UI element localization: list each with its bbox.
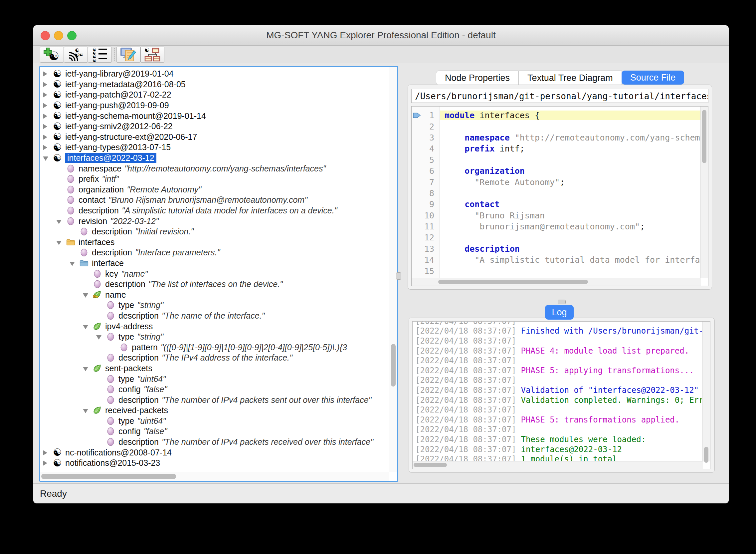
browse-modules-button[interactable]: ☯☯☯ — [64, 47, 88, 63]
disclosure-triangle-icon[interactable] — [96, 332, 106, 342]
svg-text:☯: ☯ — [74, 51, 79, 58]
line-number: 12 — [412, 233, 440, 242]
tree-node-label: interfaces@2022-03-12 — [65, 153, 156, 163]
tree-diagram-button[interactable]: ☯ — [140, 47, 165, 63]
edit-properties-button[interactable] — [117, 47, 140, 63]
tab-source-file[interactable]: Source File — [622, 70, 685, 85]
tree-row[interactable]: prefix"intf" — [40, 174, 389, 184]
tree-row[interactable]: description"Interface parameters." — [40, 247, 389, 258]
tree-row[interactable]: ☯ietf-yang-smiv2@2012-06-22 — [40, 121, 389, 132]
tree-row[interactable]: config"false" — [40, 384, 389, 395]
tree-horizontal-scrollbar[interactable] — [40, 472, 389, 481]
tree-node-value: "The list of interfaces on the device." — [148, 279, 283, 289]
code-text: "Bruno Rijsman — [440, 211, 701, 220]
disclosure-triangle-icon[interactable] — [43, 458, 53, 468]
disclosure-triangle-icon[interactable] — [56, 237, 66, 247]
code-vscroll-thumb[interactable] — [702, 110, 706, 163]
horizontal-splitter-handle[interactable] — [558, 300, 566, 304]
disclosure-triangle-icon[interactable] — [83, 364, 93, 373]
tree-row[interactable]: ☯ietf-yang-structure-ext@2020-06-17 — [40, 132, 389, 143]
yang-module-icon: ☯ — [53, 111, 64, 120]
disclosure-triangle-icon[interactable] — [43, 69, 53, 78]
disclosure-triangle-icon[interactable] — [43, 143, 53, 152]
log-area[interactable]: [2022/04/18 08:37:07][2022/04/18 08:37:0… — [412, 321, 710, 469]
disclosure-triangle-icon[interactable] — [83, 290, 93, 300]
code-text: description — [440, 244, 701, 254]
disclosure-triangle-icon[interactable] — [43, 101, 53, 110]
vertical-splitter-handle[interactable] — [396, 272, 401, 280]
tree-row[interactable]: interfaces — [40, 237, 389, 248]
tree-row[interactable]: contact"Bruno Rijsman brunorijsman@remot… — [40, 195, 389, 206]
code-text: module interfaces { — [440, 111, 701, 120]
tree-row[interactable]: key"name" — [40, 268, 389, 279]
disclosure-triangle-icon[interactable] — [43, 111, 53, 121]
disclosure-triangle-icon[interactable] — [43, 121, 53, 131]
disclosure-triangle-icon[interactable] — [56, 216, 66, 226]
tree-row[interactable]: type"string" — [40, 300, 389, 311]
tree-row[interactable]: interface — [40, 258, 389, 269]
tree-row[interactable]: sent-packets — [40, 363, 389, 374]
code-vertical-scrollbar[interactable] — [700, 107, 708, 278]
tree-hscroll-thumb[interactable] — [41, 474, 176, 479]
tree-vscroll-thumb[interactable] — [391, 344, 396, 387]
tab-textual-tree-diagram[interactable]: Textual Tree Diagram — [519, 70, 622, 85]
log-timestamp: [2022/04/18 08:37:07] — [415, 321, 516, 326]
tree-row[interactable]: config"false" — [40, 426, 389, 437]
source-code-area[interactable]: 1module interfaces {23 namespace "http:/… — [411, 106, 708, 286]
code-horizontal-scrollbar[interactable] — [412, 278, 701, 286]
log-entry: [2022/04/18 08:37:07]1 module(s) in tota… — [415, 454, 702, 461]
log-vscroll-thumb[interactable] — [704, 447, 708, 463]
tree-row[interactable]: type"string" — [40, 332, 389, 342]
add-module-button[interactable]: ☯ — [40, 47, 64, 63]
log-timestamp: [2022/04/18 08:37:07] — [415, 405, 516, 414]
tree-row[interactable]: type"uint64" — [40, 416, 389, 427]
tree-vertical-scrollbar[interactable] — [389, 67, 397, 472]
tree-row[interactable]: ☯nc-notifications@2008-07-14 — [40, 447, 389, 458]
tree-row[interactable]: received-packets — [40, 405, 389, 416]
tree-row[interactable]: ☯notifications@2015-03-23 — [40, 458, 389, 468]
tree-row[interactable]: description"The name of the interface." — [40, 311, 389, 321]
tree-row[interactable]: ☯ietf-yang-library@2019-01-04 — [40, 69, 389, 79]
tree-row[interactable]: ☯ietf-yang-metadata@2016-08-05 — [40, 79, 389, 90]
disclosure-triangle-icon[interactable] — [43, 79, 53, 89]
tree-row[interactable]: organization"Remote Autonomy" — [40, 184, 389, 195]
tree-row[interactable]: name — [40, 289, 389, 300]
tree-row[interactable]: type"uint64" — [40, 374, 389, 384]
status-bar: Ready — [33, 484, 729, 503]
disclosure-triangle-icon[interactable] — [70, 258, 79, 268]
property-bead-icon — [106, 438, 118, 446]
tree-row[interactable]: description"A simplistic tutorial data m… — [40, 206, 389, 216]
tree-row[interactable]: description"The number of IPv4 packets r… — [40, 437, 389, 447]
tree-row[interactable]: description"The number of IPv4 packets s… — [40, 394, 389, 405]
tree-row[interactable]: revision"2022-03-12" — [40, 216, 389, 226]
disclosure-triangle-icon[interactable] — [43, 132, 53, 142]
tree-row[interactable]: namespace"http://remoteautonomy.com/yang… — [40, 163, 389, 174]
tree-row[interactable]: ☯ietf-yang-patch@2017-02-22 — [40, 90, 389, 100]
log-horizontal-scrollbar[interactable] — [413, 461, 703, 469]
property-bead-icon — [66, 175, 77, 183]
tree-row[interactable]: ☯ietf-yang-schema-mount@2019-01-14 — [40, 111, 389, 121]
tab-node-properties[interactable]: Node Properties — [436, 70, 519, 85]
line-number: 11 — [412, 222, 440, 231]
disclosure-triangle-icon[interactable] — [83, 322, 93, 331]
disclosure-triangle-icon[interactable] — [83, 405, 93, 415]
key-leaf-icon — [93, 291, 104, 299]
disclosure-triangle-icon[interactable] — [43, 448, 53, 457]
tree-row[interactable]: ipv4-address — [40, 321, 389, 332]
log-hscroll-thumb[interactable] — [414, 463, 447, 467]
tree-row[interactable]: ☯ietf-yang-types@2013-07-15 — [40, 142, 389, 153]
tree-row[interactable]: pattern"(([0-9]|[1-9][0-9]|1[0-9][0-9]|2… — [40, 342, 389, 352]
source-path-field[interactable]: /Users/brunorijsman/git-personal/yang-tu… — [411, 89, 708, 103]
log-tab[interactable]: Log — [545, 305, 574, 320]
tree-row[interactable]: ☯ietf-yang-push@2019-09-09 — [40, 100, 389, 111]
log-vertical-scrollbar[interactable] — [702, 322, 710, 461]
code-hscroll-thumb[interactable] — [438, 280, 588, 284]
tree-row[interactable]: ☯interfaces@2022-03-12 — [40, 153, 389, 163]
disclosure-triangle-icon[interactable] — [43, 153, 53, 163]
module-list-button[interactable]: ☯☯☯☯ — [88, 47, 112, 63]
tree-row[interactable]: description"The IPv4 address of the inte… — [40, 352, 389, 363]
disclosure-triangle-icon[interactable] — [43, 90, 53, 100]
code-text: prefix intf; — [440, 144, 701, 154]
tree-row[interactable]: description"The list of interfaces on th… — [40, 279, 389, 290]
tree-row[interactable]: description"Initial revision." — [40, 226, 389, 237]
